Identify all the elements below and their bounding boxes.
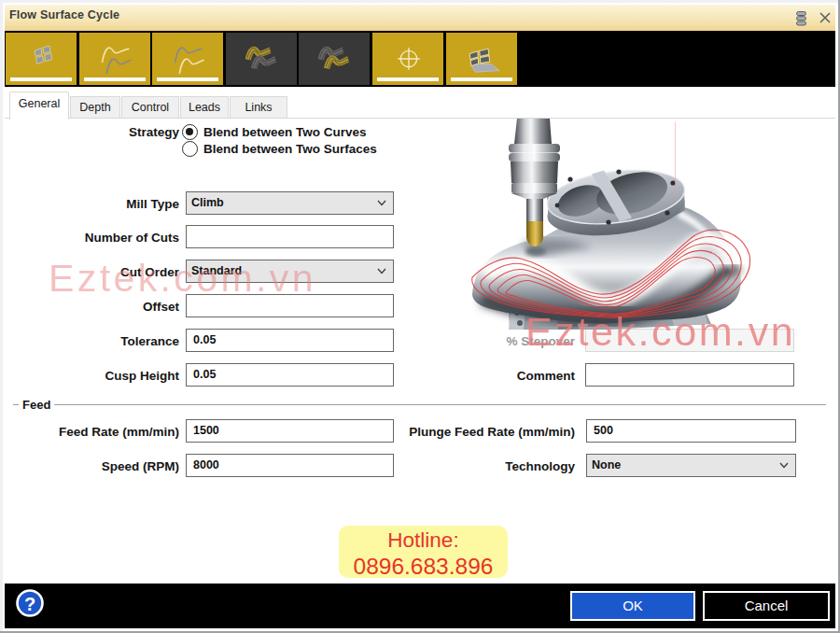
- svg-text:?: ?: [24, 594, 35, 614]
